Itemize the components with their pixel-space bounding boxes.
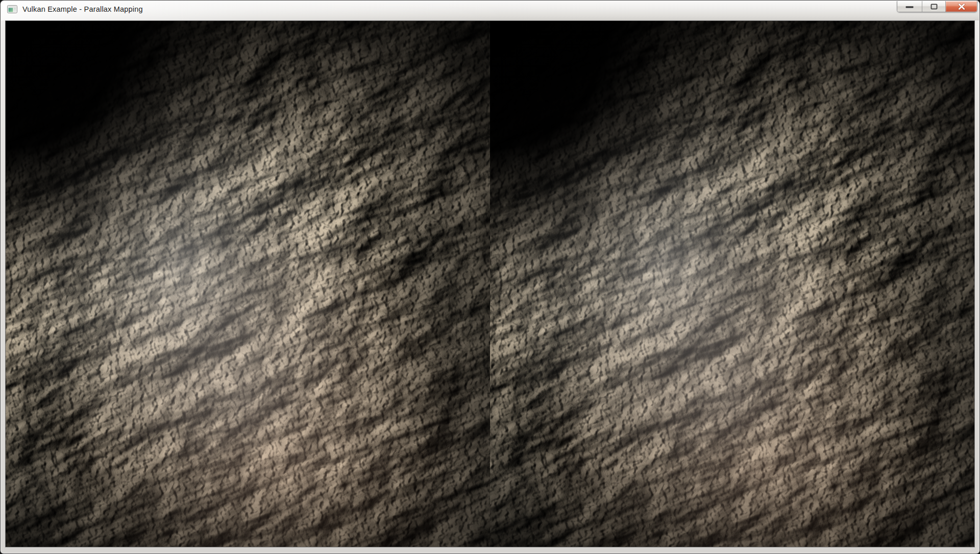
render-viewport	[5, 20, 975, 547]
maximize-button[interactable]	[922, 1, 945, 12]
render-view-left[interactable]	[6, 21, 490, 547]
stone-render-right	[490, 21, 974, 547]
close-button[interactable]	[945, 1, 977, 12]
render-view-right[interactable]	[490, 21, 974, 547]
stone-render-left	[6, 21, 490, 547]
app-icon[interactable]	[7, 5, 17, 13]
maximize-icon	[930, 4, 937, 9]
close-icon	[958, 3, 966, 10]
minimize-button[interactable]	[897, 1, 922, 12]
window-title: Vulkan Example - Parallax Mapping	[22, 5, 143, 13]
window-controls	[897, 1, 977, 12]
minimize-icon	[906, 6, 914, 8]
app-window: Vulkan Example - Parallax Mapping	[0, 0, 980, 554]
title-bar[interactable]: Vulkan Example - Parallax Mapping	[1, 1, 979, 20]
